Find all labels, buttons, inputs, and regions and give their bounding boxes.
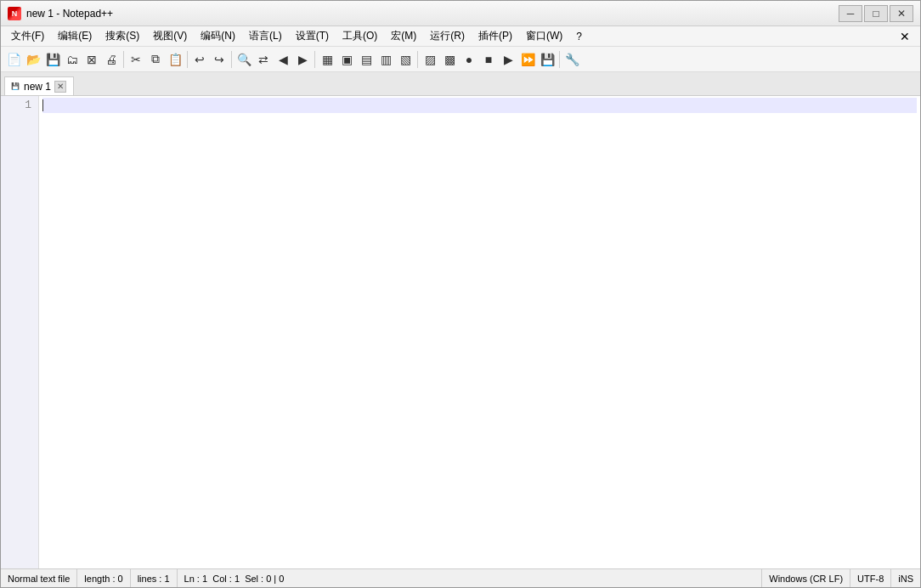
toolbar-button-粘贴[interactable]: 📋 [166, 50, 184, 69]
text-cursor [42, 99, 43, 111]
statusbar: Normal text file length : 0 lines : 1 Ln… [1, 568, 920, 587]
window-controls: ─ □ ✕ [839, 5, 913, 22]
titlebar: N new 1 - Notepad++ ─ □ ✕ [1, 1, 920, 26]
toolbar-button-重做[interactable]: ↪ [210, 50, 229, 69]
maximize-button[interactable]: □ [864, 5, 888, 22]
toolbar-button-打开[interactable]: 📂 [24, 50, 42, 69]
toolbar-button-查找[interactable]: 🔍 [234, 50, 253, 69]
menu-item-window[interactable]: 窗口(W) [519, 27, 569, 45]
status-eol: Windows (CR LF) [762, 569, 850, 587]
status-filetype: Normal text file [1, 569, 77, 587]
toolbar-button-工具[interactable]: 🔧 [562, 50, 581, 69]
toolbar-button-保存[interactable]: 💾 [43, 50, 62, 69]
menu-item-run[interactable]: 运行(R) [423, 27, 472, 45]
editor-first-line[interactable] [42, 98, 917, 113]
tabbar: 💾new 1✕ [1, 72, 920, 96]
toolbar-button-保存宏[interactable]: 💾 [538, 50, 557, 69]
toolbar-button-替换[interactable]: ⇄ [254, 50, 273, 69]
menu-item-tools[interactable]: 工具(O) [336, 27, 384, 45]
menu-item-file[interactable]: 文件(F) [4, 27, 51, 45]
menu-close-button[interactable]: ✕ [893, 28, 917, 45]
toolbar-button-全部保存[interactable]: 🗂 [63, 50, 82, 69]
status-ln: Ln : 1 [184, 574, 208, 584]
tab-label: new 1 [24, 81, 51, 93]
close-button[interactable]: ✕ [890, 5, 913, 22]
toolbar-separator-24 [417, 51, 418, 68]
status-encoding: UTF-8 [850, 569, 891, 587]
toolbar-button-功能[interactable]: ▨ [421, 50, 439, 69]
toolbar: 📄📂💾🗂⊠🖨✂⧉📋↩↪🔍⇄◀▶▦▣▤▥▧▨▩●■▶⏩💾🔧 [1, 47, 920, 72]
menu-item-settings[interactable]: 设置(T) [289, 27, 336, 45]
menubar: 文件(F)编辑(E)搜索(S)视图(V)编码(N)语言(L)设置(T)工具(O)… [1, 26, 920, 47]
tab-new1[interactable]: 💾new 1✕ [4, 76, 74, 95]
toolbar-button-功能[interactable]: ▥ [376, 50, 395, 69]
toolbar-separator-13 [231, 51, 232, 68]
toolbar-button-上一个[interactable]: ◀ [274, 50, 292, 69]
toolbar-button-打印[interactable]: 🖨 [102, 50, 121, 69]
toolbar-separator-10 [187, 51, 188, 68]
status-lines: lines : 1 [131, 569, 178, 587]
toolbar-separator-18 [314, 51, 315, 68]
status-sel: Sel : 0 | 0 [245, 574, 284, 584]
toolbar-button-播放宏[interactable]: ▶ [499, 50, 517, 69]
toolbar-button-功能[interactable]: ▤ [357, 50, 376, 69]
menu-item-macro[interactable]: 宏(M) [384, 27, 423, 45]
toolbar-button-功能[interactable]: ▧ [396, 50, 415, 69]
toolbar-button-剪切[interactable]: ✂ [127, 50, 145, 69]
menu-item-encoding[interactable]: 编码(N) [194, 27, 242, 45]
toolbar-button-关闭[interactable]: ⊠ [82, 50, 101, 69]
menu-item-help[interactable]: ? [569, 29, 589, 44]
toolbar-button-功能[interactable]: ▦ [318, 50, 336, 69]
status-ins: iNS [891, 569, 920, 587]
toolbar-button-停止录制[interactable]: ■ [479, 50, 498, 69]
menu-item-search[interactable]: 搜索(S) [99, 27, 146, 45]
tab-save-icon: 💾 [10, 82, 20, 92]
status-col: Col : 1 [212, 574, 240, 584]
menu-item-language[interactable]: 语言(L) [242, 27, 289, 45]
toolbar-button-多次运行[interactable]: ⏩ [518, 50, 537, 69]
editor[interactable] [39, 96, 920, 568]
window-title: new 1 - Notepad++ [26, 8, 839, 20]
toolbar-button-功能[interactable]: ▣ [337, 50, 356, 69]
status-length: length : 0 [77, 569, 130, 587]
line-numbers: 1 [1, 96, 39, 568]
line-number-1: 1 [4, 98, 35, 113]
toolbar-separator-6 [123, 51, 124, 68]
menu-item-edit[interactable]: 编辑(E) [51, 27, 99, 45]
toolbar-button-复制[interactable]: ⧉ [146, 50, 165, 69]
toolbar-button-功能[interactable]: ▩ [440, 50, 459, 69]
toolbar-button-下一个[interactable]: ▶ [293, 50, 312, 69]
minimize-button[interactable]: ─ [839, 5, 862, 22]
app-icon: N [8, 7, 21, 20]
tab-close-button[interactable]: ✕ [54, 81, 66, 93]
toolbar-button-录制宏[interactable]: ● [460, 50, 478, 69]
toolbar-button-新建[interactable]: 📄 [4, 50, 23, 69]
toolbar-button-撤销[interactable]: ↩ [190, 50, 209, 69]
toolbar-separator-32 [559, 51, 560, 68]
menu-item-plugins[interactable]: 插件(P) [472, 27, 519, 45]
status-position: Ln : 1 Col : 1 Sel : 0 | 0 [178, 569, 763, 587]
editor-container: 1 [1, 96, 920, 568]
menu-item-view[interactable]: 视图(V) [146, 27, 194, 45]
